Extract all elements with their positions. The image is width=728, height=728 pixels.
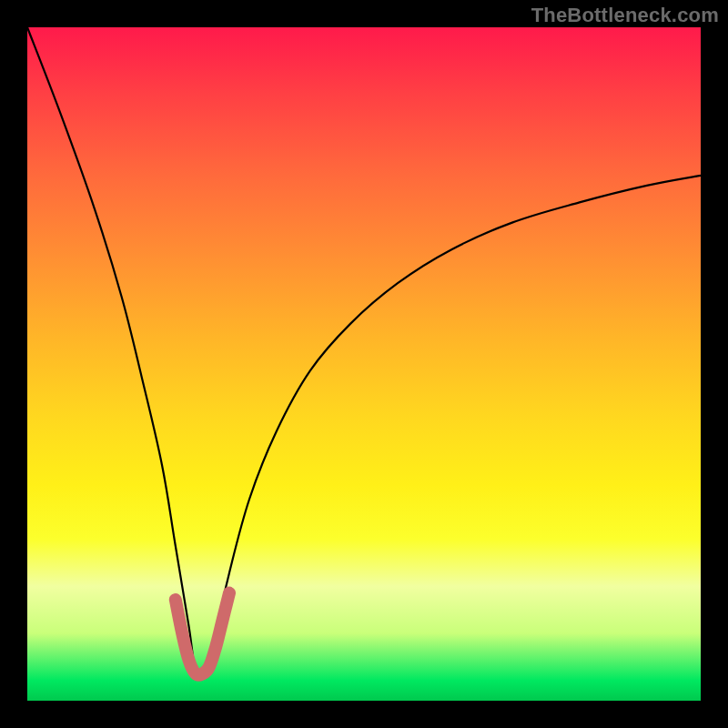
watermark-text: TheBottleneck.com (531, 4, 719, 27)
chart-svg (27, 27, 701, 701)
curve-path (27, 27, 701, 678)
valley-accent-path (176, 593, 229, 675)
chart-frame: TheBottleneck.com (0, 0, 728, 728)
plot-area (27, 27, 701, 701)
